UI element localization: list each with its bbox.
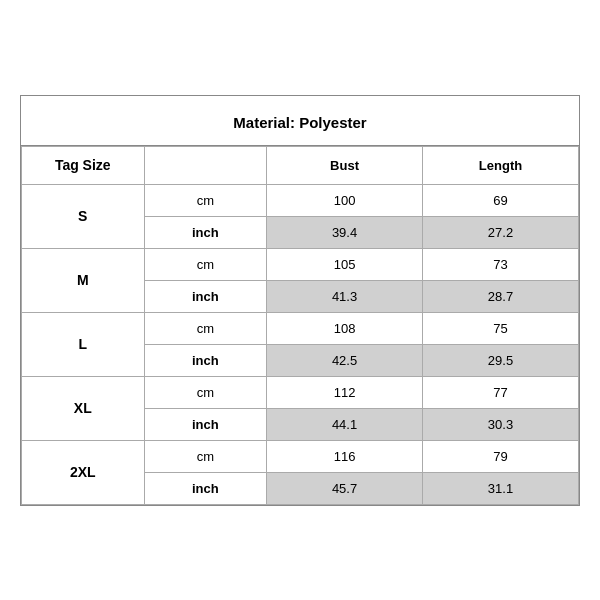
unit-inch: inch (144, 472, 267, 504)
bust-inch: 45.7 (267, 472, 423, 504)
unit-cm: cm (144, 248, 267, 280)
length-cm: 79 (423, 440, 579, 472)
header-tag-size: Tag Size (22, 146, 145, 184)
bust-cm: 108 (267, 312, 423, 344)
bust-inch: 42.5 (267, 344, 423, 376)
length-cm: 77 (423, 376, 579, 408)
length-inch: 30.3 (423, 408, 579, 440)
chart-title: Material: Polyester (21, 96, 579, 146)
unit-inch: inch (144, 216, 267, 248)
bust-inch: 44.1 (267, 408, 423, 440)
unit-cm: cm (144, 376, 267, 408)
header-length: Length (423, 146, 579, 184)
bust-cm: 105 (267, 248, 423, 280)
size-table: Tag Size Bust Length Scm10069inch39.427.… (21, 146, 579, 505)
unit-cm: cm (144, 312, 267, 344)
bust-inch: 39.4 (267, 216, 423, 248)
unit-cm: cm (144, 440, 267, 472)
length-inch: 29.5 (423, 344, 579, 376)
bust-cm: 112 (267, 376, 423, 408)
bust-cm: 116 (267, 440, 423, 472)
length-cm: 73 (423, 248, 579, 280)
length-cm: 69 (423, 184, 579, 216)
length-inch: 27.2 (423, 216, 579, 248)
tag-size-cell: XL (22, 376, 145, 440)
table-row: Mcm10573 (22, 248, 579, 280)
table-row: 2XLcm11679 (22, 440, 579, 472)
tag-size-cell: M (22, 248, 145, 312)
unit-inch: inch (144, 344, 267, 376)
table-row: Scm10069 (22, 184, 579, 216)
tag-size-cell: S (22, 184, 145, 248)
unit-inch: inch (144, 280, 267, 312)
length-inch: 28.7 (423, 280, 579, 312)
bust-cm: 100 (267, 184, 423, 216)
unit-inch: inch (144, 408, 267, 440)
table-row: XLcm11277 (22, 376, 579, 408)
table-row: Lcm10875 (22, 312, 579, 344)
header-unit-empty (144, 146, 267, 184)
tag-size-cell: 2XL (22, 440, 145, 504)
size-chart-container: Material: Polyester Tag Size Bust Length… (20, 95, 580, 506)
tag-size-cell: L (22, 312, 145, 376)
bust-inch: 41.3 (267, 280, 423, 312)
unit-cm: cm (144, 184, 267, 216)
length-inch: 31.1 (423, 472, 579, 504)
header-bust: Bust (267, 146, 423, 184)
length-cm: 75 (423, 312, 579, 344)
